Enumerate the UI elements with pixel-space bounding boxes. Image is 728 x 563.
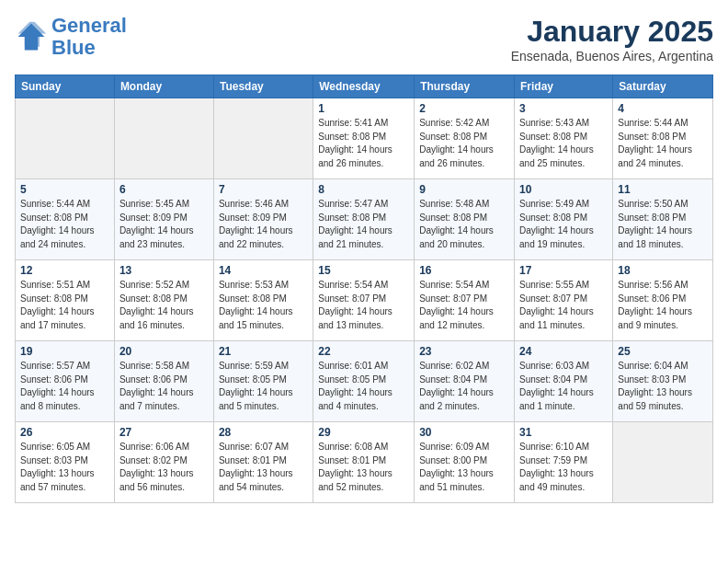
day-number: 29 — [318, 426, 409, 439]
calendar-cell: 12Sunrise: 5:51 AMSunset: 8:08 PMDayligh… — [16, 260, 115, 341]
calendar-cell: 17Sunrise: 5:55 AMSunset: 8:07 PMDayligh… — [515, 260, 613, 341]
calendar-cell: 6Sunrise: 5:45 AMSunset: 8:09 PMDaylight… — [114, 179, 213, 260]
day-info: Sunrise: 5:44 AMSunset: 8:08 PMDaylight:… — [618, 117, 708, 170]
month-title: January 2025 — [511, 15, 713, 49]
calendar-cell: 22Sunrise: 6:01 AMSunset: 8:05 PMDayligh… — [313, 341, 415, 422]
calendar-cell: 3Sunrise: 5:43 AMSunset: 8:08 PMDaylight… — [515, 98, 613, 179]
calendar-cell: 19Sunrise: 5:57 AMSunset: 8:06 PMDayligh… — [16, 341, 115, 422]
day-info: Sunrise: 5:45 AMSunset: 8:09 PMDaylight:… — [119, 198, 209, 251]
header-day-friday: Friday — [515, 75, 613, 98]
calendar-cell: 8Sunrise: 5:47 AMSunset: 8:08 PMDaylight… — [313, 179, 415, 260]
day-info: Sunrise: 6:06 AMSunset: 8:02 PMDaylight:… — [119, 441, 209, 494]
calendar-cell: 29Sunrise: 6:08 AMSunset: 8:01 PMDayligh… — [313, 422, 415, 503]
calendar-cell: 2Sunrise: 5:42 AMSunset: 8:08 PMDaylight… — [415, 98, 515, 179]
day-number: 24 — [519, 345, 608, 358]
calendar-cell — [613, 422, 713, 503]
calendar-cell — [114, 98, 213, 179]
calendar-cell: 13Sunrise: 5:52 AMSunset: 8:08 PMDayligh… — [114, 260, 213, 341]
week-row-2: 5Sunrise: 5:44 AMSunset: 8:08 PMDaylight… — [16, 179, 713, 260]
day-info: Sunrise: 5:52 AMSunset: 8:08 PMDaylight:… — [119, 279, 209, 332]
day-info: Sunrise: 5:57 AMSunset: 8:06 PMDaylight:… — [20, 360, 109, 413]
day-number: 19 — [20, 345, 109, 358]
day-number: 27 — [119, 426, 209, 439]
calendar-cell: 15Sunrise: 5:54 AMSunset: 8:07 PMDayligh… — [313, 260, 415, 341]
calendar-cell: 1Sunrise: 5:41 AMSunset: 8:08 PMDaylight… — [313, 98, 415, 179]
day-info: Sunrise: 5:55 AMSunset: 8:07 PMDaylight:… — [519, 279, 608, 332]
calendar-cell — [213, 98, 313, 179]
day-info: Sunrise: 6:01 AMSunset: 8:05 PMDaylight:… — [318, 360, 409, 413]
calendar-cell — [16, 98, 115, 179]
day-number: 31 — [519, 426, 608, 439]
day-number: 5 — [20, 183, 109, 196]
day-info: Sunrise: 6:03 AMSunset: 8:04 PMDaylight:… — [519, 360, 608, 413]
day-number: 25 — [618, 345, 708, 358]
day-info: Sunrise: 5:54 AMSunset: 8:07 PMDaylight:… — [318, 279, 409, 332]
day-number: 18 — [618, 264, 708, 277]
day-number: 21 — [219, 345, 308, 358]
week-row-5: 26Sunrise: 6:05 AMSunset: 8:03 PMDayligh… — [16, 422, 713, 503]
day-number: 4 — [618, 102, 708, 115]
calendar-cell: 5Sunrise: 5:44 AMSunset: 8:08 PMDaylight… — [16, 179, 115, 260]
day-info: Sunrise: 5:50 AMSunset: 8:08 PMDaylight:… — [618, 198, 708, 251]
day-number: 22 — [318, 345, 409, 358]
day-info: Sunrise: 6:05 AMSunset: 8:03 PMDaylight:… — [20, 441, 109, 494]
header-day-wednesday: Wednesday — [313, 75, 415, 98]
day-number: 12 — [20, 264, 109, 277]
header-day-thursday: Thursday — [415, 75, 515, 98]
day-info: Sunrise: 6:10 AMSunset: 7:59 PMDaylight:… — [519, 441, 608, 494]
day-number: 26 — [20, 426, 109, 439]
day-number: 2 — [419, 102, 509, 115]
calendar-cell: 21Sunrise: 5:59 AMSunset: 8:05 PMDayligh… — [213, 341, 313, 422]
header-row: SundayMondayTuesdayWednesdayThursdayFrid… — [16, 75, 713, 98]
calendar-cell: 10Sunrise: 5:49 AMSunset: 8:08 PMDayligh… — [515, 179, 613, 260]
calendar-cell: 31Sunrise: 6:10 AMSunset: 7:59 PMDayligh… — [515, 422, 613, 503]
calendar-cell: 16Sunrise: 5:54 AMSunset: 8:07 PMDayligh… — [415, 260, 515, 341]
day-number: 10 — [519, 183, 608, 196]
day-number: 17 — [519, 264, 608, 277]
day-info: Sunrise: 5:51 AMSunset: 8:08 PMDaylight:… — [20, 279, 109, 332]
calendar-cell: 4Sunrise: 5:44 AMSunset: 8:08 PMDaylight… — [613, 98, 713, 179]
calendar-cell: 11Sunrise: 5:50 AMSunset: 8:08 PMDayligh… — [613, 179, 713, 260]
logo: GeneralBlue — [15, 15, 127, 59]
calendar-cell: 23Sunrise: 6:02 AMSunset: 8:04 PMDayligh… — [415, 341, 515, 422]
calendar-cell: 28Sunrise: 6:07 AMSunset: 8:01 PMDayligh… — [213, 422, 313, 503]
calendar-cell: 7Sunrise: 5:46 AMSunset: 8:09 PMDaylight… — [213, 179, 313, 260]
calendar-cell: 14Sunrise: 5:53 AMSunset: 8:08 PMDayligh… — [213, 260, 313, 341]
week-row-1: 1Sunrise: 5:41 AMSunset: 8:08 PMDaylight… — [16, 98, 713, 179]
day-info: Sunrise: 5:47 AMSunset: 8:08 PMDaylight:… — [318, 198, 409, 251]
calendar-cell: 9Sunrise: 5:48 AMSunset: 8:08 PMDaylight… — [415, 179, 515, 260]
day-number: 15 — [318, 264, 409, 277]
day-number: 28 — [219, 426, 308, 439]
day-number: 6 — [119, 183, 209, 196]
day-info: Sunrise: 6:07 AMSunset: 8:01 PMDaylight:… — [219, 441, 308, 494]
day-number: 13 — [119, 264, 209, 277]
day-info: Sunrise: 5:48 AMSunset: 8:08 PMDaylight:… — [419, 198, 509, 251]
calendar-table: SundayMondayTuesdayWednesdayThursdayFrid… — [15, 75, 713, 503]
day-info: Sunrise: 5:53 AMSunset: 8:08 PMDaylight:… — [219, 279, 308, 332]
day-info: Sunrise: 5:43 AMSunset: 8:08 PMDaylight:… — [519, 117, 608, 170]
day-number: 8 — [318, 183, 409, 196]
calendar-cell: 18Sunrise: 5:56 AMSunset: 8:06 PMDayligh… — [613, 260, 713, 341]
day-info: Sunrise: 5:59 AMSunset: 8:05 PMDaylight:… — [219, 360, 308, 413]
day-number: 9 — [419, 183, 509, 196]
calendar-cell: 20Sunrise: 5:58 AMSunset: 8:06 PMDayligh… — [114, 341, 213, 422]
day-number: 11 — [618, 183, 708, 196]
logo-text: GeneralBlue — [51, 15, 127, 59]
day-number: 1 — [318, 102, 409, 115]
day-info: Sunrise: 5:44 AMSunset: 8:08 PMDaylight:… — [20, 198, 109, 251]
day-number: 20 — [119, 345, 209, 358]
page-header: GeneralBlue January 2025 Ensenada, Bueno… — [15, 15, 713, 63]
day-number: 7 — [219, 183, 308, 196]
day-info: Sunrise: 6:04 AMSunset: 8:03 PMDaylight:… — [618, 360, 708, 413]
day-info: Sunrise: 5:46 AMSunset: 8:09 PMDaylight:… — [219, 198, 308, 251]
week-row-4: 19Sunrise: 5:57 AMSunset: 8:06 PMDayligh… — [16, 341, 713, 422]
day-info: Sunrise: 6:08 AMSunset: 8:01 PMDaylight:… — [318, 441, 409, 494]
day-info: Sunrise: 5:54 AMSunset: 8:07 PMDaylight:… — [419, 279, 509, 332]
day-number: 14 — [219, 264, 308, 277]
day-number: 30 — [419, 426, 509, 439]
location-subtitle: Ensenada, Buenos Aires, Argentina — [511, 49, 713, 63]
header-day-tuesday: Tuesday — [213, 75, 313, 98]
calendar-cell: 27Sunrise: 6:06 AMSunset: 8:02 PMDayligh… — [114, 422, 213, 503]
week-row-3: 12Sunrise: 5:51 AMSunset: 8:08 PMDayligh… — [16, 260, 713, 341]
title-block: January 2025 Ensenada, Buenos Aires, Arg… — [511, 15, 713, 63]
